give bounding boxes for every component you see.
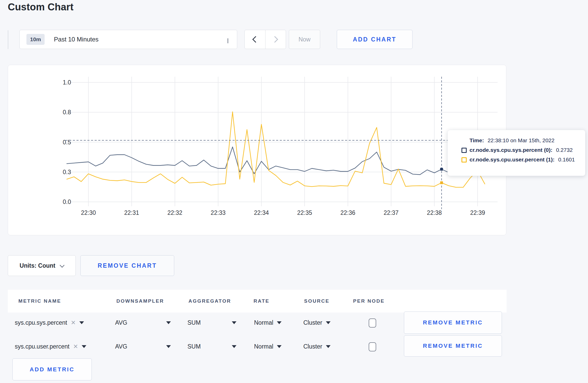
aggregator-select[interactable]: SUM: [187, 311, 201, 334]
add-chart-button[interactable]: ADD CHART: [337, 30, 412, 49]
user-series-swatch-icon: [461, 157, 467, 162]
units-dropdown[interactable]: Units: Count: [8, 255, 76, 276]
tooltip-time-label: Time:: [470, 137, 484, 144]
tooltip-time-value: 22:38:10 on Mar 15th, 2022: [488, 137, 555, 144]
time-nav-group: [244, 30, 286, 49]
tooltip-sys-value: 0.2732: [556, 147, 573, 153]
chevron-left-icon: [253, 36, 259, 42]
time-range-badge: 10m: [26, 34, 45, 45]
downsampler-value: AVG: [115, 343, 127, 350]
chart-card: 0.00.30.50.81.022:3022:3122:3222:3322:34…: [8, 65, 506, 235]
caret-down-icon: [82, 345, 86, 348]
metric-name-select[interactable]: sys.cpu.user.percent ✕: [15, 335, 86, 358]
page-title: Custom Chart: [8, 2, 74, 13]
caret-down-icon: [277, 321, 282, 324]
metric-name-value: sys.cpu.sys.percent: [15, 319, 67, 326]
caret-down-icon[interactable]: [166, 345, 171, 348]
metrics-table-header: METRIC NAME DOWNSAMPLER AGGREGATOR RATE …: [8, 290, 507, 313]
metric-row: sys.cpu.user.percent ✕ AVG SUM Normal Cl…: [8, 335, 507, 358]
header-source: SOURCE: [304, 298, 330, 304]
header-aggregator: AGGREGATOR: [188, 298, 231, 304]
metric-name-select[interactable]: sys.cpu.sys.percent ✕: [15, 311, 84, 334]
clear-icon[interactable]: ✕: [73, 343, 78, 350]
chart-tooltip: Time: 22:38:10 on Mar 15th, 2022 cr.node…: [447, 130, 585, 176]
rate-select[interactable]: Normal: [254, 335, 282, 358]
source-select[interactable]: Cluster: [303, 311, 331, 334]
prev-time-button[interactable]: [245, 30, 265, 49]
rate-select[interactable]: Normal: [254, 311, 282, 334]
caret-down-icon: [79, 321, 84, 324]
time-range-label: Past 10 Minutes: [54, 36, 99, 43]
svg-text:0.0: 0.0: [63, 198, 71, 205]
tooltip-sys-name: cr.node.sys.cpu.sys.percent (0):: [470, 147, 552, 153]
downsampler-value: AVG: [115, 319, 127, 326]
svg-text:22:36: 22:36: [340, 209, 355, 216]
time-range-dropdown[interactable]: 10m Past 10 Minutes: [19, 30, 237, 49]
custom-chart-page: Custom Chart 10m Past 10 Minutes Now ADD…: [0, 0, 588, 383]
caret-down-icon[interactable]: [166, 321, 171, 324]
svg-text:22:34: 22:34: [254, 209, 269, 216]
rate-value: Normal: [254, 319, 273, 326]
tooltip-series-row: cr.node.sys.cpu.user.percent (1): 0.1601: [470, 157, 585, 163]
header-metric-name: METRIC NAME: [18, 298, 61, 304]
caret-down-icon[interactable]: [232, 345, 236, 348]
header-rate: RATE: [254, 298, 270, 304]
clear-icon[interactable]: ✕: [71, 319, 76, 326]
source-value: Cluster: [303, 343, 322, 350]
svg-text:22:35: 22:35: [297, 209, 312, 216]
caret-down-icon: [277, 345, 282, 348]
metric-row: sys.cpu.sys.percent ✕ AVG SUM Normal Clu…: [8, 311, 507, 334]
svg-text:22:37: 22:37: [384, 209, 399, 216]
remove-chart-button[interactable]: REMOVE CHART: [80, 255, 174, 276]
remove-metric-button[interactable]: REMOVE METRIC: [404, 335, 502, 357]
svg-text:0.8: 0.8: [63, 109, 71, 116]
caret-down-icon[interactable]: [232, 321, 236, 324]
header-downsampler: DOWNSAMPLER: [116, 298, 164, 304]
tooltip-user-value: 0.1601: [558, 157, 575, 163]
tooltip-user-name: cr.node.sys.cpu.user.percent (1):: [470, 157, 555, 163]
svg-text:22:33: 22:33: [211, 209, 226, 216]
metric-name-value: sys.cpu.user.percent: [15, 343, 69, 350]
add-metric-button[interactable]: ADD METRIC: [12, 358, 92, 380]
caret-down-icon: [326, 345, 331, 348]
rate-value: Normal: [254, 343, 273, 350]
aggregator-select[interactable]: SUM: [187, 335, 201, 358]
aggregator-value: SUM: [187, 319, 201, 326]
per-node-checkbox[interactable]: [369, 342, 376, 351]
caret-down-icon: [326, 321, 331, 324]
chevron-down-icon: [60, 263, 65, 267]
toolbar-divider: [8, 30, 8, 49]
downsampler-select[interactable]: AVG: [115, 335, 127, 358]
header-per-node: PER NODE: [353, 298, 385, 304]
svg-text:22:31: 22:31: [124, 209, 139, 216]
chevron-down-icon: [228, 38, 228, 43]
chevron-right-icon: [271, 36, 278, 42]
sys-series-swatch-icon: [461, 148, 467, 153]
tooltip-series-row: cr.node.sys.cpu.sys.percent (0): 0.2732: [470, 147, 585, 153]
svg-text:0.3: 0.3: [63, 169, 71, 175]
svg-text:22:32: 22:32: [167, 209, 183, 216]
units-label: Units: Count: [20, 262, 55, 269]
source-value: Cluster: [303, 319, 322, 326]
tooltip-time-row: Time: 22:38:10 on Mar 15th, 2022: [470, 137, 585, 144]
chart-svg[interactable]: 0.00.30.50.81.022:3022:3122:3222:3322:34…: [8, 65, 507, 236]
now-button[interactable]: Now: [289, 30, 320, 49]
downsampler-select[interactable]: AVG: [115, 311, 127, 334]
svg-text:22:38: 22:38: [427, 209, 442, 216]
svg-text:22:39: 22:39: [470, 209, 485, 216]
svg-text:22:30: 22:30: [81, 209, 96, 216]
aggregator-value: SUM: [187, 343, 201, 350]
svg-text:0.5: 0.5: [63, 139, 71, 146]
next-time-button[interactable]: [265, 30, 286, 49]
svg-text:1.0: 1.0: [63, 79, 71, 86]
source-select[interactable]: Cluster: [303, 335, 331, 358]
remove-metric-button[interactable]: REMOVE METRIC: [404, 311, 502, 334]
per-node-checkbox[interactable]: [369, 318, 376, 328]
